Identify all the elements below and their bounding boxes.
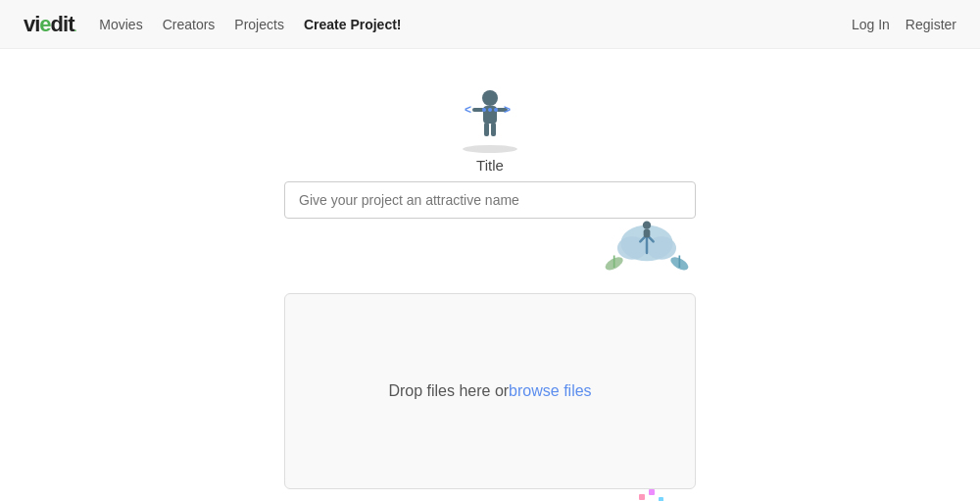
dropzone-wrapper: Drop files here or browse files [153, 293, 827, 489]
cloud-illustration-wrap [284, 219, 696, 277]
svg-point-10 [488, 108, 492, 112]
logo-dot: . [74, 23, 76, 33]
nav-links: Movies Creators Projects Create Project! [99, 17, 401, 32]
nav-register[interactable]: Register [906, 17, 956, 32]
browse-files-link[interactable]: browse files [509, 382, 591, 400]
cloud-upload-icon [598, 209, 696, 277]
logo-ie: e [39, 12, 50, 36]
dropzone-text: Drop files here or [388, 382, 509, 400]
title-section: Title [153, 157, 827, 277]
nav-projects[interactable]: Projects [234, 17, 284, 32]
svg-text:<: < [465, 103, 471, 117]
svg-rect-23 [649, 489, 655, 495]
sitting-person-illustration [639, 489, 708, 501]
svg-text:>: > [504, 103, 511, 117]
navbar: viedit. Movies Creators Projects Create … [0, 0, 980, 49]
svg-rect-24 [659, 497, 663, 501]
nav-right: Log In Register [852, 17, 956, 32]
svg-rect-21 [644, 229, 651, 237]
logo-dit: dit [51, 12, 74, 36]
svg-point-11 [494, 108, 498, 112]
svg-rect-22 [639, 494, 645, 500]
nav-create-project[interactable]: Create Project! [304, 17, 402, 32]
svg-point-1 [482, 90, 498, 106]
svg-point-20 [643, 222, 651, 229]
svg-point-0 [463, 145, 517, 153]
nav-left: viedit. Movies Creators Projects Create … [24, 12, 402, 37]
main-content: < > Title [137, 49, 843, 501]
nav-movies[interactable]: Movies [99, 17, 142, 32]
logo[interactable]: viedit. [24, 12, 75, 37]
title-label: Title [476, 157, 504, 174]
top-illustration: < > [153, 78, 827, 157]
logo-v: vi [24, 12, 39, 36]
dropzone[interactable]: Drop files here or browse files [284, 293, 696, 489]
svg-rect-3 [484, 123, 489, 136]
person-code-icon: < > [451, 78, 529, 157]
svg-point-9 [482, 108, 486, 112]
svg-rect-4 [491, 123, 496, 136]
nav-creators[interactable]: Creators [163, 17, 216, 32]
sitting-person-icon [639, 489, 708, 501]
nav-login[interactable]: Log In [852, 17, 890, 32]
